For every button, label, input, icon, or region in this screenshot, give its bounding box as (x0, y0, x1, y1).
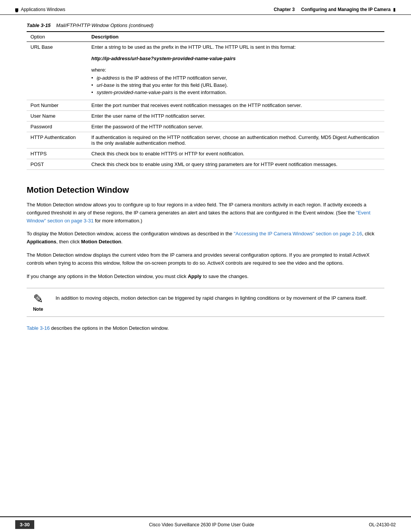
desc-port-number: Enter the port number that receives even… (88, 100, 384, 111)
desc-post: Check this check box to enable using XML… (88, 159, 384, 170)
link-table-3-16[interactable]: Table 3-16 (27, 325, 50, 331)
note-icon-area: ✎ Note (27, 293, 49, 312)
options-table: Option Description URL Base Enter a stri… (27, 31, 384, 170)
note-box: ✎ Note In addition to moving objects, mo… (27, 288, 384, 317)
header-chapter: Chapter 3 Configuring and Managing the I… (274, 7, 392, 12)
note-content: In addition to moving objects, motion de… (56, 293, 367, 302)
desc-http-auth: If authentication is required on the HTT… (88, 132, 384, 149)
table-row: User Name Enter the user name of the HTT… (27, 111, 384, 121)
table-row: Port Number Enter the port number that r… (27, 100, 384, 111)
option-post: POST (27, 159, 88, 170)
table-row: HTTP Authentication If authentication is… (27, 132, 384, 149)
page-header: ■ Applications Windows Chapter 3 Configu… (0, 0, 411, 15)
option-password: Password (27, 121, 88, 132)
body-para-final: Table 3-16 describes the options in the … (27, 324, 384, 332)
header-right: Chapter 3 Configuring and Managing the I… (274, 7, 396, 12)
header-left: ■ Applications Windows (15, 7, 65, 12)
main-content: Table 3-15 Mail/FTP/HTTP Window Options … (0, 15, 411, 361)
table-row: Password Enter the password of the HTTP … (27, 121, 384, 132)
desc-https: Check this check box to enable HTTPS or … (88, 149, 384, 159)
desc-password: Enter the password of the HTTP notificat… (88, 121, 384, 132)
note-label: Note (33, 307, 43, 312)
page-number: 3-30 (15, 520, 34, 529)
footer-right-text: OL-24130-02 (369, 522, 396, 527)
body-para-2: To display the Motion Detection window, … (27, 230, 384, 246)
body-para-4: If you change any options in the Motion … (27, 273, 384, 281)
desc-user-name: Enter the user name of the HTTP notifica… (88, 111, 384, 121)
option-https: HTTPS (27, 149, 88, 159)
body-para-1: The Motion Detection window allows you t… (27, 201, 384, 225)
col-header-option: Option (27, 32, 88, 42)
header-left-text: Applications Windows (21, 7, 65, 12)
footer-center-text: Cisco Video Surveillance 2630 IP Dome Us… (149, 522, 254, 527)
section-title: Motion Detection Window (27, 185, 384, 195)
table-row: POST Check this check box to enable usin… (27, 159, 384, 170)
link-accessing-windows[interactable]: "Accessing the IP Camera Windows" sectio… (234, 231, 362, 236)
desc-url-base: Enter a string to be used as the prefix … (88, 42, 384, 100)
table-caption: Table 3-15 Mail/FTP/HTTP Window Options … (27, 22, 384, 28)
option-port-number: Port Number (27, 100, 88, 111)
note-pencil-icon: ✎ (33, 293, 43, 305)
page-footer: 3-30 Cisco Video Surveillance 2630 IP Do… (0, 516, 411, 532)
table-row: URL Base Enter a string to be used as th… (27, 42, 384, 100)
col-header-description: Description (88, 32, 384, 42)
square-icon: ■ (15, 8, 18, 11)
option-user-name: User Name (27, 111, 88, 121)
table-row: HTTPS Check this check box to enable HTT… (27, 149, 384, 159)
body-para-3: The Motion Detection window displays the… (27, 251, 384, 267)
link-event-window[interactable]: "Event Window" section on page 3-31 (27, 210, 370, 224)
option-http-auth: HTTP Authentication (27, 132, 88, 149)
option-url-base: URL Base (27, 42, 88, 100)
